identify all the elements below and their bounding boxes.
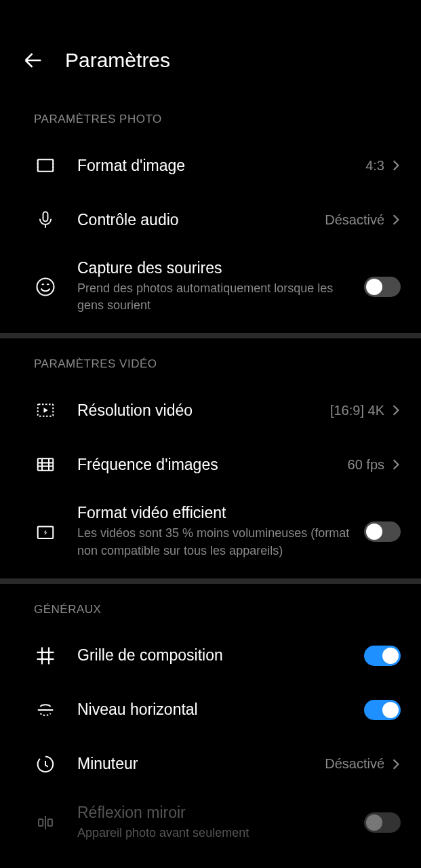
timer-icon — [34, 754, 57, 774]
row-watermark[interactable]: Ajout d'un filigrane — [0, 854, 421, 868]
svg-point-4 — [37, 278, 54, 295]
horizontal-level-label: Niveau horizontal — [77, 701, 364, 719]
mirror-desc: Appareil photo avant seulement — [77, 825, 364, 842]
level-icon — [34, 700, 57, 720]
section-video-header: PARAMÈTRES VIDÉO — [0, 338, 421, 383]
row-horizontal-level[interactable]: Niveau horizontal — [0, 683, 421, 737]
row-audio-control[interactable]: Contrôle audio Désactivé — [0, 193, 421, 247]
svg-rect-3 — [43, 212, 48, 221]
grid-icon — [34, 646, 57, 666]
smile-capture-toggle[interactable] — [364, 277, 401, 297]
chevron-icon — [391, 458, 401, 471]
section-divider — [0, 578, 421, 584]
framerate-label: Fréquence d'images — [77, 456, 348, 474]
row-grid[interactable]: Grille de composition — [0, 629, 421, 683]
back-button[interactable] — [20, 47, 46, 73]
video-resolution-value: [16:9] 4K — [330, 403, 384, 418]
row-image-format[interactable]: Format d'image 4:3 — [0, 138, 421, 193]
chevron-icon — [391, 214, 401, 226]
grid-toggle[interactable] — [364, 646, 401, 666]
video-resolution-icon — [34, 400, 57, 420]
svg-rect-11 — [38, 527, 54, 539]
grid-label: Grille de composition — [77, 646, 364, 665]
efficient-format-label: Format vidéo efficient — [77, 504, 364, 522]
efficient-format-icon — [34, 521, 57, 542]
framerate-value: 60 fps — [348, 457, 384, 473]
svg-rect-0 — [38, 159, 54, 172]
image-format-value: 4:3 — [365, 158, 384, 174]
smile-capture-desc: Prend des photos automatiquement lorsque… — [77, 280, 364, 314]
chevron-icon — [391, 404, 401, 416]
section-general-header: GÉNÉRAUX — [0, 584, 421, 629]
timer-value: Désactivé — [325, 756, 384, 772]
svg-rect-6 — [38, 459, 54, 471]
mic-icon — [34, 210, 57, 229]
smile-capture-label: Capture des sourires — [77, 259, 364, 277]
section-photo-header: PARAMÈTRES PHOTO — [0, 94, 421, 138]
svg-rect-18 — [48, 819, 52, 826]
mirror-icon — [34, 812, 57, 833]
row-video-resolution[interactable]: Résolution vidéo [16:9] 4K — [0, 383, 421, 437]
audio-control-label: Contrôle audio — [77, 211, 325, 229]
smile-icon — [34, 277, 57, 297]
audio-control-value: Désactivé — [325, 212, 384, 228]
row-framerate[interactable]: Fréquence d'images 60 fps — [0, 437, 421, 492]
video-resolution-label: Résolution vidéo — [77, 401, 330, 420]
chevron-icon — [391, 159, 401, 172]
row-smile-capture[interactable]: Capture des sourires Prend des photos au… — [0, 247, 421, 326]
efficient-format-toggle[interactable] — [364, 521, 401, 542]
svg-rect-17 — [39, 819, 43, 826]
page-title: Paramètres — [65, 49, 170, 72]
framerate-icon — [34, 454, 57, 475]
mirror-toggle — [364, 812, 401, 833]
image-format-icon — [34, 155, 57, 176]
efficient-format-desc: Les vidéos sont 35 % moins volumineuses … — [77, 525, 364, 559]
timer-label: Minuteur — [77, 755, 325, 773]
section-divider — [0, 333, 421, 338]
mirror-label: Réflexion miroir — [77, 804, 364, 822]
horizontal-level-toggle[interactable] — [364, 700, 401, 720]
row-timer[interactable]: Minuteur Désactivé — [0, 737, 421, 791]
image-format-label: Format d'image — [77, 157, 365, 175]
row-mirror: Réflexion miroir Appareil photo avant se… — [0, 791, 421, 854]
row-efficient-format[interactable]: Format vidéo efficient Les vidéos sont 3… — [0, 492, 421, 571]
chevron-icon — [391, 758, 401, 770]
